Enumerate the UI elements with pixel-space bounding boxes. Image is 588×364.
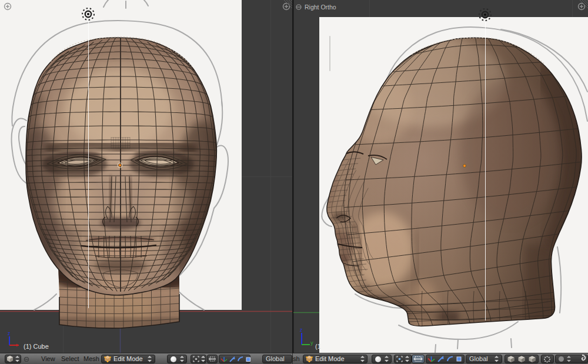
svg-text:z: z <box>300 327 303 333</box>
svg-text:(1) Cube: (1) Cube <box>24 343 49 350</box>
svg-text:Right Ortho: Right Ortho <box>305 4 336 11</box>
svg-text:y: y <box>310 340 313 346</box>
svg-text:z: z <box>8 330 11 336</box>
svg-text:(1: (1 <box>315 343 321 350</box>
